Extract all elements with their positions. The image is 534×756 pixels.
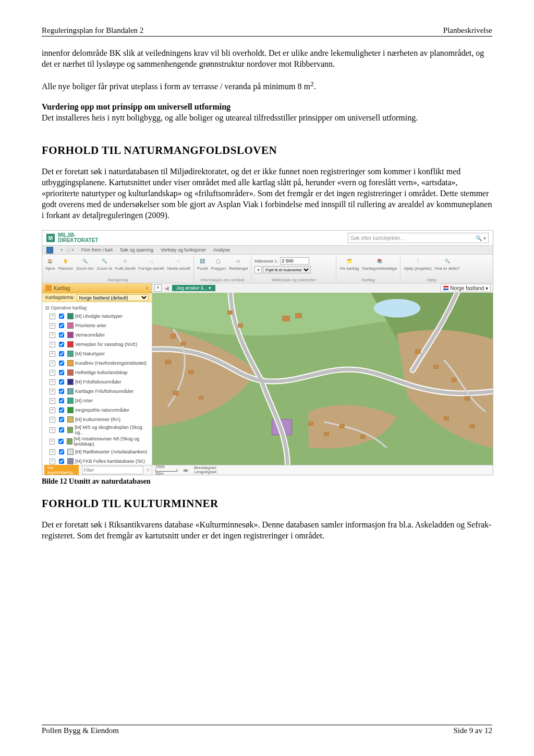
layer-item[interactable]: +[M] FKB Felles kartdatabase (SK) — [42, 457, 152, 465]
layer-list[interactable]: ⊟ Operative kartlag+[M] Utvalgte naturty… — [42, 302, 152, 465]
btn-zoomin[interactable]: 🔍Zoom inn — [76, 256, 93, 271]
btn-zoomout[interactable]: 🔍Zoom ut — [97, 256, 112, 271]
polygon-icon: ◯ — [214, 256, 223, 266]
gis-topbar: M MILJØ- DIREKTORATET Søk etter kartobje… — [42, 231, 493, 246]
svg-rect-7 — [173, 391, 178, 395]
home-icon: 🏠 — [45, 256, 55, 266]
paragraph-uu: Vurdering opp mot prinsipp om universell… — [42, 102, 492, 124]
page-footer: Pollen Bygg & Eiendom Side 9 av 12 — [42, 725, 492, 735]
ribbon-group-info: ℹ️Punkt ◯Polygon ▭Rektangel Informasjon … — [194, 255, 251, 283]
kartlagstema-select[interactable]: Norge fastland (default) — [77, 294, 149, 301]
btn-polygon[interactable]: ◯Polygon — [211, 256, 226, 271]
btn-home[interactable]: 🏠Hjem — [45, 256, 55, 271]
gis-search-input[interactable]: Søk etter kartobjekter... 🔍 ▾ — [348, 233, 489, 243]
ribbon-group-nav: 🏠Hjem ✋Panorer 🔍Zoom inn 🔍Zoom ut ◇Fullt… — [42, 255, 194, 283]
svg-rect-20 — [465, 397, 470, 401]
layer-item[interactable]: +[M] Kulturminner (RA) — [42, 415, 152, 424]
tab-finn[interactable]: Finn frem i kart — [81, 247, 113, 253]
svg-point-1 — [373, 299, 420, 318]
whatsthis-icon: 🔍 — [443, 256, 452, 266]
bookmark-select[interactable]: Flytt til et bokmerke — [263, 266, 311, 273]
gis-tabstrip: ▾ ⚪ ▾ Finn frem i kart Søk og spørring V… — [42, 246, 493, 255]
layers-icon: 🗂️ — [345, 256, 354, 266]
layer-item[interactable]: +Korallrev (Havforskningsinstituttet) — [42, 358, 152, 368]
heading-kulturminner: FORHOLD TIL KULTURMINNER — [42, 497, 492, 510]
layer-item[interactable]: +Verneplan for vassdrag (NVE) — [42, 340, 152, 349]
paragraph-uteplass: Alle nye boliger får privat uteplass i f… — [42, 79, 492, 92]
layer-item[interactable]: +[M] MiS og skogbruksplan (Skog og... — [42, 424, 152, 436]
layer-item[interactable]: +[M] Rødlistearter (Artsdatabanken) — [42, 447, 152, 457]
layer-item[interactable]: +[M] Arealressurser N5 (Skog og landskap… — [42, 436, 152, 447]
layer-item[interactable]: +Helhetlige kulturlandskap — [42, 368, 152, 377]
zoom-in-icon: 🔍 — [80, 256, 90, 266]
header-right: Planbeskrivelse — [443, 26, 492, 35]
map-canvas[interactable] — [152, 293, 493, 465]
flag-icon — [443, 286, 448, 290]
layers-panel-icon — [45, 285, 52, 291]
legend-bar: Vis tegnforklaring × — [42, 465, 152, 475]
svg-rect-11 — [283, 316, 290, 321]
prev-extent-icon: ◁ — [147, 256, 156, 266]
zoom-out-icon: 🔍 — [100, 256, 109, 266]
btn-vis-kartlag[interactable]: 🗂️Vis kartlag — [339, 256, 359, 271]
legend-filter-input[interactable] — [82, 466, 143, 474]
gis-screenshot: M MILJØ- DIREKTORATET Søk etter kartobje… — [42, 230, 493, 475]
map-close-icon[interactable]: × — [154, 284, 162, 292]
layer-item[interactable]: +[M] Utvalgte naturtyper — [42, 311, 152, 321]
tab-analyse[interactable]: Analyse — [213, 247, 230, 253]
svg-rect-15 — [339, 425, 344, 428]
help-icon: ❔ — [413, 256, 422, 266]
btn-next[interactable]: ▷Neste utsnitt — [167, 256, 190, 271]
layer-item[interactable]: +[M] Naturtyper — [42, 349, 152, 358]
gis-logo-icon: M — [46, 234, 55, 242]
search-icon: 🔍 ▾ — [476, 235, 486, 241]
btn-punkt[interactable]: ℹ️Punkt — [197, 256, 208, 271]
layer-item[interactable]: +Inngrepsfrie naturområder — [42, 405, 152, 415]
jeg-onsker-button[interactable]: Jeg ønsker å... ▾ — [172, 285, 215, 291]
layer-item[interactable]: +Verneområder — [42, 330, 152, 340]
btn-rekt[interactable]: ▭Rektangel — [229, 256, 248, 271]
panel-close-icon[interactable]: × — [145, 285, 149, 291]
layer-item[interactable]: +Prioriterte arter — [42, 321, 152, 330]
svg-rect-14 — [324, 433, 329, 436]
ribbon-group-scale: Målestokk 1: + Flytt til et bokmerke Mål… — [251, 255, 336, 283]
subheading-uu: Vurdering opp mot prinsipp om universell… — [42, 102, 230, 111]
svg-rect-12 — [296, 314, 302, 318]
layer-item[interactable]: +Kartlagte Friluftslivsområder — [42, 387, 152, 396]
heading-naturmangfold: FORHOLD TIL NATURMANGFOLDSLOVEN — [42, 144, 492, 157]
svg-rect-17 — [415, 350, 420, 354]
btn-prev[interactable]: ◁Forrige utsnitt — [139, 256, 164, 271]
btn-fullextent[interactable]: ◇Fullt utsnitt — [115, 256, 136, 271]
kartlagstema-row: Kartlagstema: Norge fastland (default) — [42, 293, 152, 302]
map-toolbar: × ◀ Jeg ønsker å... ▾ Norge fastland ▾ — [152, 283, 493, 293]
ribbon-group-help: ❔Hjelp (engelsk) 🔍Hva er dette? Hjelp — [400, 255, 463, 283]
full-extent-icon: ◇ — [120, 256, 130, 266]
layer-item[interactable]: +[M] Arter — [42, 396, 152, 405]
layer-panel-header: Kartlag × — [42, 283, 152, 293]
app-menu-icon[interactable] — [46, 247, 53, 254]
map-area[interactable]: × ◀ Jeg ønsker å... ▾ Norge fastland ▾ — [152, 283, 493, 475]
legend-button[interactable]: Vis tegnforklaring — [44, 465, 79, 475]
scale-input[interactable] — [280, 257, 309, 265]
figure-caption: Bilde 12 Utsnitt av naturdatabasen — [42, 477, 492, 486]
svg-rect-9 — [228, 311, 233, 315]
add-bookmark-button[interactable]: + — [254, 266, 262, 273]
region-chip[interactable]: Norge fastland ▾ — [441, 284, 491, 292]
btn-help[interactable]: ❔Hjelp (engelsk) — [404, 256, 431, 271]
tab-verktoy[interactable]: Verktøy og funksjoner — [161, 247, 206, 253]
btn-kart-order[interactable]: 📚Kartlagsrekkefølge — [362, 256, 397, 271]
tab-sok[interactable]: Søk og spørring — [120, 247, 153, 253]
legend-clear-icon[interactable]: × — [147, 467, 150, 473]
page-header: Reguleringsplan for Blandalen 2 Planbesk… — [42, 26, 492, 37]
btn-whatsthis[interactable]: 🔍Hva er dette? — [435, 256, 460, 271]
btn-pan[interactable]: ✋Panorer — [58, 256, 73, 271]
gis-brand: MILJØ- DIREKTORATET — [58, 233, 98, 243]
paragraph-naturdb: Det er foretatt søk i naturdatabasen til… — [42, 166, 492, 221]
layer-item[interactable]: +[M] Friluftslivsområder — [42, 377, 152, 387]
layer-group[interactable]: ⊟ Operative kartlag — [42, 304, 152, 311]
svg-rect-19 — [452, 378, 456, 382]
scalebar: 2500 50m — [155, 465, 177, 476]
svg-rect-4 — [181, 342, 186, 345]
layer-order-icon: 📚 — [375, 256, 384, 266]
layer-panel: Kartlag × Kartlagstema: Norge fastland (… — [42, 283, 152, 475]
